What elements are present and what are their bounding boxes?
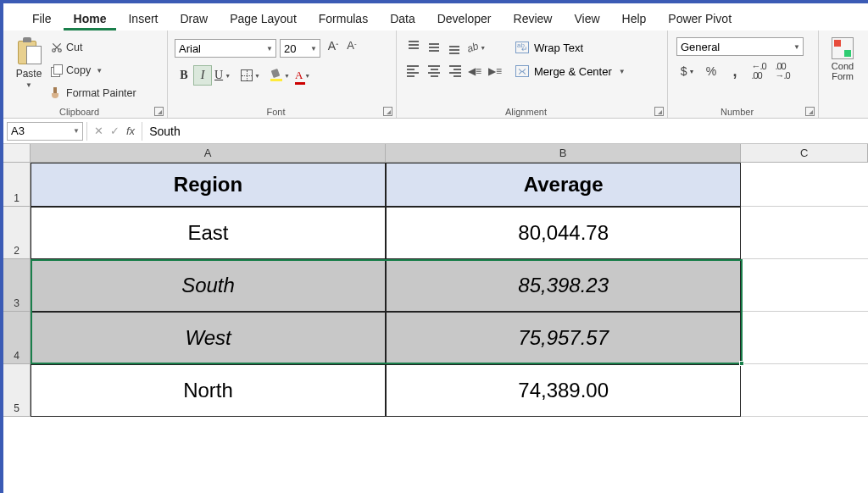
formula-bar: A3 ▼ ✕ ✓ fx South <box>3 119 868 144</box>
bold-button[interactable]: B <box>175 65 193 86</box>
tab-draw[interactable]: Draw <box>170 7 218 30</box>
insert-function-button[interactable]: fx <box>126 125 135 137</box>
fill-handle[interactable] <box>739 361 744 366</box>
cell-a5[interactable]: North <box>31 364 386 417</box>
tab-formulas[interactable]: Formulas <box>309 7 378 30</box>
align-middle-button[interactable] <box>424 37 444 58</box>
chevron-down-icon: ▼ <box>619 68 626 75</box>
chevron-down-icon: ▼ <box>284 73 290 79</box>
row-header-2[interactable]: 2 <box>3 207 31 259</box>
merge-center-label: Merge & Center <box>534 65 612 78</box>
row-header-1[interactable]: 1 <box>3 163 31 207</box>
font-name-combo[interactable]: Arial ▼ <box>175 39 276 58</box>
copy-label: Copy <box>66 64 91 76</box>
chevron-down-icon: ▼ <box>25 81 32 89</box>
wrap-text-button[interactable]: Wrap Text <box>512 37 641 58</box>
cell-c2[interactable] <box>741 207 868 259</box>
cell-a1[interactable]: Region <box>31 163 386 207</box>
align-top-button[interactable] <box>403 37 424 58</box>
select-all-corner[interactable] <box>3 144 31 162</box>
underline-button[interactable]: U▼ <box>212 65 233 86</box>
tab-file[interactable]: File <box>22 7 62 30</box>
tab-home[interactable]: Home <box>64 7 117 30</box>
enter-formula-button[interactable]: ✓ <box>110 125 120 137</box>
col-header-a[interactable]: A <box>31 144 386 162</box>
currency-button[interactable]: $▼ <box>676 61 698 81</box>
format-painter-label: Format Painter <box>66 87 136 99</box>
copy-button[interactable]: Copy ▼ <box>49 60 158 80</box>
tab-page-layout[interactable]: Page Layout <box>220 7 307 30</box>
cell-c5[interactable] <box>741 364 868 417</box>
cell-c1[interactable] <box>741 163 868 207</box>
cell-b3[interactable]: 85,398.23 <box>386 259 741 312</box>
align-right-button[interactable] <box>444 61 465 81</box>
decrease-indent-button[interactable]: ◀≡ <box>465 61 485 81</box>
align-bottom-button[interactable] <box>444 37 465 58</box>
cell-b4[interactable]: 75,957.57 <box>386 312 741 364</box>
tab-insert[interactable]: Insert <box>118 7 168 30</box>
merge-center-button[interactable]: Merge & Center ▼ <box>512 61 641 81</box>
increase-font-button[interactable]: Aˆ <box>324 39 342 58</box>
number-launcher[interactable] <box>805 107 815 116</box>
tab-help[interactable]: Help <box>612 7 657 30</box>
tab-data[interactable]: Data <box>380 7 426 30</box>
worksheet-grid[interactable]: A B C 1 Region Average 2 East 80,044.78 … <box>3 144 868 493</box>
align-left-button[interactable] <box>403 61 424 81</box>
increase-decimal-button[interactable]: ←.0.00 <box>748 61 770 81</box>
name-box[interactable]: A3 ▼ <box>7 122 83 141</box>
format-painter-button[interactable]: Format Painter <box>49 83 158 103</box>
paste-icon <box>16 37 42 66</box>
formula-input[interactable]: South <box>142 122 868 141</box>
col-header-b[interactable]: B <box>386 144 741 162</box>
font-launcher[interactable] <box>383 107 392 116</box>
align-center-button[interactable] <box>424 61 444 81</box>
group-label-clipboard: Clipboard <box>3 107 155 117</box>
border-icon <box>241 69 253 81</box>
decrease-font-button[interactable]: Aˇ <box>342 39 361 58</box>
number-format-combo[interactable]: General ▼ <box>676 37 804 56</box>
cell-b2[interactable]: 80,044.78 <box>386 207 741 259</box>
decrease-decimal-button[interactable]: .00→.0 <box>771 61 793 81</box>
formula-value: South <box>149 125 181 138</box>
comma-button[interactable]: , <box>724 61 746 81</box>
bucket-icon <box>270 69 282 81</box>
row-header-4[interactable]: 4 <box>3 312 31 364</box>
col-header-c[interactable]: C <box>741 144 868 162</box>
font-name-value: Arial <box>179 42 201 55</box>
tab-view[interactable]: View <box>564 7 609 30</box>
cell-b1[interactable]: Average <box>386 163 741 207</box>
group-alignment: ab▼ ◀≡ ▶≡ Wrap Text Merge & Center <box>397 30 668 118</box>
cell-b5[interactable]: 74,389.00 <box>386 364 741 417</box>
cell-c4[interactable] <box>741 312 868 364</box>
increase-indent-button[interactable]: ▶≡ <box>485 61 505 81</box>
font-color-button[interactable]: A▼ <box>292 65 313 86</box>
border-button[interactable]: ▼ <box>238 65 263 86</box>
chevron-down-icon: ▼ <box>225 73 231 79</box>
cell-a4[interactable]: West <box>31 312 386 364</box>
fill-color-button[interactable]: ▼ <box>268 65 292 86</box>
clipboard-launcher[interactable] <box>154 107 164 116</box>
alignment-launcher[interactable] <box>654 107 664 116</box>
excel-window: File Home Insert Draw Page Layout Formul… <box>3 3 868 493</box>
paste-button[interactable]: Paste ▼ <box>8 34 49 103</box>
orientation-button[interactable]: ab▼ <box>465 37 488 58</box>
percent-button[interactable]: % <box>700 61 722 81</box>
italic-button[interactable]: I <box>193 65 212 86</box>
cell-a2[interactable]: East <box>31 207 386 259</box>
font-size-combo[interactable]: 20 ▼ <box>280 39 320 58</box>
chevron-down-icon: ▼ <box>304 73 310 79</box>
row-header-5[interactable]: 5 <box>3 364 31 417</box>
cell-a3[interactable]: South <box>31 259 386 312</box>
cell-c3[interactable] <box>741 259 868 312</box>
cut-label: Cut <box>66 42 82 53</box>
cancel-formula-button[interactable]: ✕ <box>94 125 103 137</box>
chevron-down-icon: ▼ <box>310 45 317 53</box>
tab-power-pivot[interactable]: Power Pivot <box>658 7 742 30</box>
conditional-formatting-button[interactable]: CondForm <box>824 34 858 81</box>
cut-button[interactable]: Cut <box>49 37 158 58</box>
tab-developer[interactable]: Developer <box>427 7 502 30</box>
tab-review[interactable]: Review <box>504 7 563 30</box>
chevron-down-icon: ▼ <box>688 69 694 75</box>
row-header-3[interactable]: 3 <box>3 259 31 312</box>
column-headers: A B C <box>3 144 868 163</box>
